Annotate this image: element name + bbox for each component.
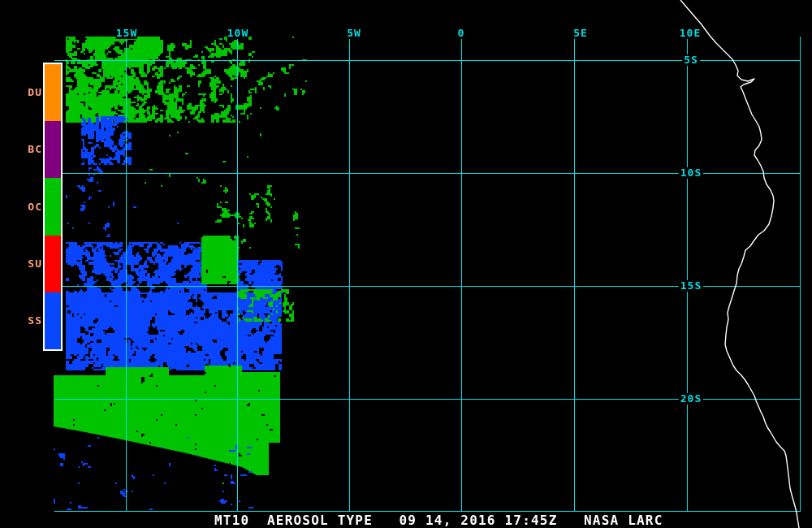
- caption-bar: MT10 AEROSOL TYPE 09 14, 2016 17:45Z NAS…: [214, 514, 663, 527]
- caption-text: MT10 AEROSOL TYPE 09 14, 2016 17:45Z NAS…: [214, 513, 663, 528]
- lon-label-0: 0: [458, 28, 465, 39]
- lon-label-15w: 15W: [116, 28, 137, 39]
- lon-label-5w: 5W: [347, 28, 361, 39]
- lat-label-5s: 5S: [682, 54, 700, 66]
- legend-swatch-ss: [45, 292, 61, 349]
- lon-label-10w: 10W: [227, 28, 248, 39]
- lon-label-5e: 5E: [573, 28, 588, 39]
- legend-label-oc: OC: [15, 201, 42, 213]
- legend-label-bc: BC: [15, 144, 42, 155]
- legend-color-bar: [43, 63, 63, 351]
- legend-swatch-oc: [45, 178, 61, 235]
- axis-labels-layer: 15W10W5W05E10E5S10S15S20S: [0, 0, 812, 528]
- legend-label-su: SU: [15, 258, 42, 270]
- legend-swatch-su: [45, 236, 61, 292]
- legend-label-ss: SS: [15, 315, 42, 327]
- lat-label-15s: 15S: [679, 280, 703, 292]
- lat-label-10s: 10S: [679, 167, 703, 179]
- legend-swatch-bc: [45, 121, 61, 178]
- legend-swatch-du: [45, 64, 61, 121]
- lat-label-20s: 20S: [679, 393, 703, 405]
- legend-label-du: DU: [15, 87, 42, 98]
- lon-label-10e: 10E: [680, 28, 701, 39]
- aerosol-map: 15W10W5W05E10E5S10S15S20S DUBCOCSUSS MT1…: [0, 0, 812, 528]
